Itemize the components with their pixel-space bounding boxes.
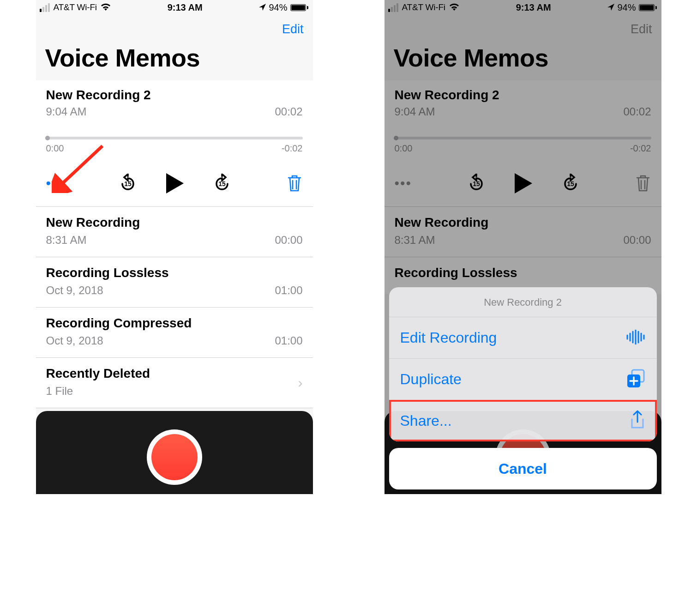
status-right: 94%: [259, 2, 308, 13]
recording-title: Recording Lossless: [395, 266, 651, 280]
recording-time: 8:31 AM: [46, 234, 87, 247]
sheet-cancel-label: Cancel: [499, 460, 547, 477]
recording-duration: 01:00: [275, 284, 302, 297]
duplicate-icon: [626, 369, 646, 390]
trash-button[interactable]: [287, 174, 302, 193]
carrier-label: AT&T Wi-Fi: [402, 2, 445, 12]
trash-title: Recently Deleted: [46, 366, 303, 381]
trash-button: [635, 174, 651, 193]
scrubber-handle[interactable]: [45, 136, 50, 140]
recording-title: Recording Lossless: [46, 266, 303, 280]
expanded-recording: New Recording 2 9:04 AM 00:02 0:00 -0:02…: [385, 80, 661, 207]
recording-title: Recording Compressed: [46, 316, 303, 331]
phone-left: AT&T Wi-Fi 9:13 AM 94% Edit Voice Memos …: [36, 0, 313, 494]
scrubber-handle: [394, 136, 398, 140]
recording-duration: 00:00: [623, 234, 651, 247]
remaining-label: -0:02: [282, 143, 303, 154]
sheet-title: New Recording 2: [389, 287, 657, 317]
svg-text:15: 15: [218, 180, 226, 187]
record-button[interactable]: [147, 429, 202, 485]
battery-icon: [290, 4, 308, 11]
clock-label: 9:13 AM: [111, 2, 259, 13]
scrubber: [395, 137, 651, 139]
expanded-recording[interactable]: New Recording 2 9:04 AM 00:02 0:00 -0:02…: [36, 80, 313, 207]
svg-text:15: 15: [473, 180, 480, 187]
location-icon: [259, 2, 266, 13]
recording-duration: 01:00: [275, 334, 302, 347]
recording-time: 9:04 AM: [395, 105, 435, 118]
sheet-item-label: Duplicate: [400, 371, 462, 388]
battery-pct: 94%: [617, 2, 636, 13]
recordings-list: New Recording 2 9:04 AM 00:02 0:00 -0:02…: [385, 80, 661, 294]
sheet-item-label: Edit Recording: [400, 329, 497, 346]
battery-pct: 94%: [269, 2, 287, 13]
play-button[interactable]: [166, 173, 184, 193]
recording-time: Oct 9, 2018: [46, 334, 103, 347]
record-bar: [36, 411, 313, 494]
recording-time: 8:31 AM: [395, 234, 435, 247]
chevron-right-icon: ›: [298, 375, 303, 391]
page-title: Voice Memos: [385, 43, 661, 80]
skip-forward-15-icon: 15: [561, 174, 580, 193]
status-bar: AT&T Wi-Fi 9:13 AM 94%: [36, 0, 313, 15]
edit-button: Edit: [631, 22, 652, 36]
status-bar: AT&T Wi-Fi 9:13 AM 94%: [385, 0, 661, 15]
recording-title[interactable]: New Recording 2: [46, 88, 303, 103]
page-title: Voice Memos: [36, 43, 313, 80]
wifi-icon: [449, 2, 459, 13]
nav-bar: Edit: [385, 15, 661, 43]
recording-title: New Recording 2: [395, 88, 651, 103]
recordings-list: New Recording 2 9:04 AM 00:02 0:00 -0:02…: [36, 80, 313, 408]
clock-label: 9:13 AM: [459, 2, 608, 13]
recording-time: 9:04 AM: [46, 105, 87, 118]
remaining-label: -0:02: [630, 143, 651, 154]
recording-duration: 00:02: [275, 105, 302, 118]
svg-text:15: 15: [124, 180, 132, 187]
more-button: •••: [395, 175, 412, 191]
list-item: New Recording 8:31 AM00:00: [385, 207, 661, 257]
list-item[interactable]: Recording Lossless Oct 9, 201801:00: [36, 257, 313, 308]
list-item[interactable]: New Recording 8:31 AM00:00: [36, 207, 313, 257]
nav-bar: Edit: [36, 15, 313, 43]
signal-icon: [388, 3, 398, 12]
sheet-item-edit-recording[interactable]: Edit Recording: [389, 317, 657, 358]
recording-duration: 00:00: [275, 234, 302, 247]
player-controls: ••• 15 15: [395, 173, 651, 193]
battery-icon: [639, 4, 657, 11]
carrier-label: AT&T Wi-Fi: [54, 2, 97, 12]
waveform-icon: [625, 330, 646, 346]
action-sheet: New Recording 2 Edit Recording Duplicate…: [385, 283, 661, 494]
edit-button[interactable]: Edit: [282, 22, 304, 36]
skip-back-15-icon: 15: [467, 174, 486, 193]
recording-title: New Recording: [395, 215, 651, 230]
player-controls: ••• 15 15: [46, 173, 303, 193]
list-item[interactable]: Recording Compressed Oct 9, 201801:00: [36, 308, 313, 358]
recording-title: New Recording: [46, 215, 303, 230]
recently-deleted[interactable]: Recently Deleted 1 File ›: [36, 358, 313, 408]
location-icon: [607, 2, 614, 13]
svg-text:15: 15: [567, 180, 574, 187]
elapsed-label: 0:00: [395, 143, 413, 154]
play-button: [515, 173, 532, 193]
sheet-item-duplicate[interactable]: Duplicate: [389, 358, 657, 400]
sheet-item-label: Share...: [400, 412, 452, 429]
skip-back-15-icon[interactable]: 15: [118, 174, 138, 193]
status-right: 94%: [607, 2, 656, 13]
scrubber[interactable]: [46, 137, 303, 139]
sheet-item-share[interactable]: Share...: [389, 400, 657, 441]
phone-right: AT&T Wi-Fi 9:13 AM 94% Edit Voice Memos …: [385, 0, 661, 494]
more-button[interactable]: •••: [46, 175, 64, 191]
recording-time: Oct 9, 2018: [46, 284, 103, 297]
recording-duration: 00:02: [623, 105, 651, 118]
sheet-cancel-button[interactable]: Cancel: [389, 448, 657, 489]
trash-count: 1 File: [46, 385, 73, 398]
skip-forward-15-icon[interactable]: 15: [212, 174, 232, 193]
elapsed-label: 0:00: [46, 143, 64, 154]
signal-icon: [40, 3, 50, 12]
wifi-icon: [101, 2, 111, 13]
share-icon: [629, 410, 646, 432]
